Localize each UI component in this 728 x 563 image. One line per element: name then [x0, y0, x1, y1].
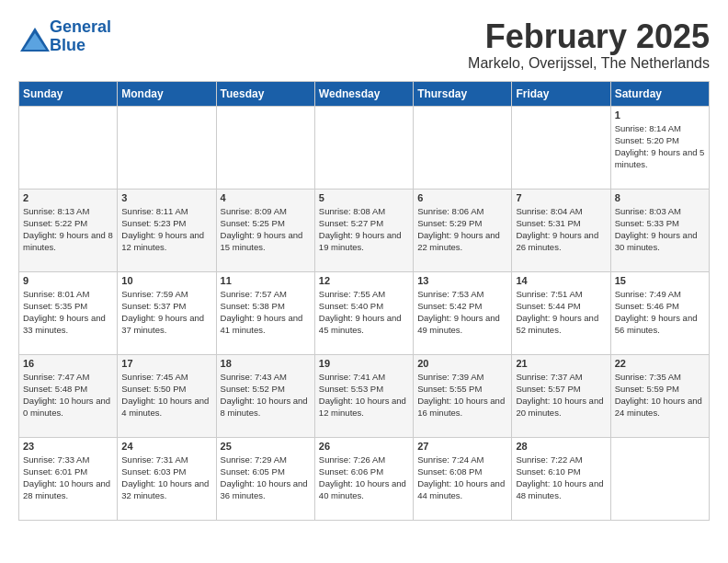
calendar-cell: 17Sunrise: 7:45 AM Sunset: 5:50 PM Dayli…: [118, 354, 216, 437]
calendar-week-5: 23Sunrise: 7:33 AM Sunset: 6:01 PM Dayli…: [19, 437, 710, 520]
calendar-cell: 5Sunrise: 8:08 AM Sunset: 5:27 PM Daylig…: [314, 189, 413, 271]
day-number: 17: [121, 358, 211, 369]
day-number: 25: [221, 441, 311, 452]
day-info: Sunrise: 7:22 AM Sunset: 6:10 PM Dayligh…: [516, 454, 606, 502]
day-info: Sunrise: 7:59 AM Sunset: 5:37 PM Dayligh…: [121, 288, 211, 337]
day-number: 4: [221, 192, 311, 203]
day-number: 16: [23, 358, 113, 369]
calendar-cell: 8Sunrise: 8:03 AM Sunset: 5:33 PM Daylig…: [610, 189, 709, 271]
title-block: February 2025 Markelo, Overijssel, The N…: [468, 18, 710, 72]
calendar-cell: 15Sunrise: 7:49 AM Sunset: 5:46 PM Dayli…: [610, 271, 709, 354]
calendar-cell: 27Sunrise: 7:24 AM Sunset: 6:08 PM Dayli…: [414, 437, 512, 520]
calendar-table: SundayMondayTuesdayWednesdayThursdayFrid…: [18, 81, 710, 521]
day-number: 6: [417, 192, 507, 203]
page-header: General Blue February 2025 Markelo, Over…: [18, 18, 710, 72]
day-info: Sunrise: 8:01 AM Sunset: 5:35 PM Dayligh…: [23, 288, 113, 337]
day-number: 13: [417, 275, 507, 286]
day-info: Sunrise: 7:35 AM Sunset: 5:59 PM Dayligh…: [615, 371, 705, 419]
calendar-week-4: 16Sunrise: 7:47 AM Sunset: 5:48 PM Dayli…: [19, 354, 710, 437]
day-header-sunday: Sunday: [19, 81, 118, 106]
day-info: Sunrise: 7:39 AM Sunset: 5:55 PM Dayligh…: [417, 371, 507, 419]
day-header-wednesday: Wednesday: [314, 81, 413, 106]
calendar-cell: [19, 106, 118, 189]
logo-icon: [18, 26, 46, 48]
calendar-cell: 1Sunrise: 8:14 AM Sunset: 5:20 PM Daylig…: [610, 106, 709, 189]
day-number: 3: [121, 192, 211, 203]
calendar-cell: [610, 437, 709, 520]
day-number: 1: [615, 109, 705, 121]
calendar-header-row: SundayMondayTuesdayWednesdayThursdayFrid…: [19, 81, 710, 106]
day-info: Sunrise: 7:29 AM Sunset: 6:05 PM Dayligh…: [221, 454, 311, 502]
calendar-cell: 10Sunrise: 7:59 AM Sunset: 5:37 PM Dayli…: [118, 271, 216, 354]
day-info: Sunrise: 7:33 AM Sunset: 6:01 PM Dayligh…: [23, 454, 113, 502]
day-number: 12: [319, 275, 409, 286]
calendar-cell: 13Sunrise: 7:53 AM Sunset: 5:42 PM Dayli…: [414, 271, 512, 354]
day-number: 11: [221, 275, 311, 286]
day-header-thursday: Thursday: [414, 81, 512, 106]
day-info: Sunrise: 7:47 AM Sunset: 5:48 PM Dayligh…: [23, 371, 113, 419]
day-info: Sunrise: 8:11 AM Sunset: 5:23 PM Dayligh…: [121, 205, 211, 254]
day-header-monday: Monday: [118, 81, 216, 106]
day-info: Sunrise: 8:14 AM Sunset: 5:20 PM Dayligh…: [615, 122, 705, 171]
day-info: Sunrise: 7:43 AM Sunset: 5:52 PM Dayligh…: [221, 371, 311, 419]
logo: General Blue: [18, 18, 111, 55]
calendar-cell: 7Sunrise: 8:04 AM Sunset: 5:31 PM Daylig…: [512, 189, 610, 271]
calendar-cell: 21Sunrise: 7:37 AM Sunset: 5:57 PM Dayli…: [512, 354, 610, 437]
day-info: Sunrise: 7:51 AM Sunset: 5:44 PM Dayligh…: [516, 288, 606, 337]
day-number: 2: [23, 192, 113, 203]
day-info: Sunrise: 7:31 AM Sunset: 6:03 PM Dayligh…: [121, 454, 211, 502]
day-info: Sunrise: 7:37 AM Sunset: 5:57 PM Dayligh…: [516, 371, 606, 419]
day-info: Sunrise: 7:45 AM Sunset: 5:50 PM Dayligh…: [121, 371, 211, 419]
day-header-tuesday: Tuesday: [216, 81, 314, 106]
calendar-cell: 18Sunrise: 7:43 AM Sunset: 5:52 PM Dayli…: [216, 354, 314, 437]
logo-text: General Blue: [50, 18, 111, 55]
calendar-cell: 20Sunrise: 7:39 AM Sunset: 5:55 PM Dayli…: [414, 354, 512, 437]
calendar-week-2: 2Sunrise: 8:13 AM Sunset: 5:22 PM Daylig…: [19, 189, 710, 271]
day-header-saturday: Saturday: [610, 81, 709, 106]
day-header-friday: Friday: [512, 81, 610, 106]
calendar-cell: 23Sunrise: 7:33 AM Sunset: 6:01 PM Dayli…: [19, 437, 118, 520]
day-info: Sunrise: 8:04 AM Sunset: 5:31 PM Dayligh…: [516, 205, 606, 254]
day-number: 14: [516, 275, 606, 286]
day-number: 20: [417, 358, 507, 369]
day-info: Sunrise: 8:09 AM Sunset: 5:25 PM Dayligh…: [221, 205, 311, 254]
day-info: Sunrise: 7:55 AM Sunset: 5:40 PM Dayligh…: [319, 288, 409, 337]
calendar-cell: 14Sunrise: 7:51 AM Sunset: 5:44 PM Dayli…: [512, 271, 610, 354]
day-number: 5: [319, 192, 409, 203]
calendar-cell: 24Sunrise: 7:31 AM Sunset: 6:03 PM Dayli…: [118, 437, 216, 520]
calendar-week-3: 9Sunrise: 8:01 AM Sunset: 5:35 PM Daylig…: [19, 271, 710, 354]
calendar-cell: [512, 106, 610, 189]
calendar-title: February 2025: [468, 18, 710, 55]
day-number: 15: [615, 275, 705, 286]
calendar-cell: [314, 106, 413, 189]
day-info: Sunrise: 7:53 AM Sunset: 5:42 PM Dayligh…: [417, 288, 507, 337]
calendar-cell: [414, 106, 512, 189]
day-info: Sunrise: 8:13 AM Sunset: 5:22 PM Dayligh…: [23, 205, 113, 254]
day-number: 19: [319, 358, 409, 369]
day-info: Sunrise: 7:49 AM Sunset: 5:46 PM Dayligh…: [615, 288, 705, 337]
day-info: Sunrise: 8:08 AM Sunset: 5:27 PM Dayligh…: [319, 205, 409, 254]
calendar-week-1: 1Sunrise: 8:14 AM Sunset: 5:20 PM Daylig…: [19, 106, 710, 189]
day-number: 23: [23, 441, 113, 452]
calendar-cell: 26Sunrise: 7:26 AM Sunset: 6:06 PM Dayli…: [314, 437, 413, 520]
calendar-cell: 19Sunrise: 7:41 AM Sunset: 5:53 PM Dayli…: [314, 354, 413, 437]
day-number: 27: [417, 441, 507, 452]
calendar-cell: 28Sunrise: 7:22 AM Sunset: 6:10 PM Dayli…: [512, 437, 610, 520]
day-number: 28: [516, 441, 606, 452]
day-info: Sunrise: 8:03 AM Sunset: 5:33 PM Dayligh…: [615, 205, 705, 254]
calendar-cell: [216, 106, 314, 189]
day-number: 21: [516, 358, 606, 369]
calendar-cell: 11Sunrise: 7:57 AM Sunset: 5:38 PM Dayli…: [216, 271, 314, 354]
day-number: 22: [615, 358, 705, 369]
day-number: 26: [319, 441, 409, 452]
day-number: 18: [221, 358, 311, 369]
calendar-cell: 9Sunrise: 8:01 AM Sunset: 5:35 PM Daylig…: [19, 271, 118, 354]
calendar-cell: 12Sunrise: 7:55 AM Sunset: 5:40 PM Dayli…: [314, 271, 413, 354]
calendar-cell: 22Sunrise: 7:35 AM Sunset: 5:59 PM Dayli…: [610, 354, 709, 437]
day-number: 9: [23, 275, 113, 286]
calendar-cell: 4Sunrise: 8:09 AM Sunset: 5:25 PM Daylig…: [216, 189, 314, 271]
day-info: Sunrise: 7:57 AM Sunset: 5:38 PM Dayligh…: [221, 288, 311, 337]
calendar-cell: 2Sunrise: 8:13 AM Sunset: 5:22 PM Daylig…: [19, 189, 118, 271]
calendar-cell: 25Sunrise: 7:29 AM Sunset: 6:05 PM Dayli…: [216, 437, 314, 520]
day-info: Sunrise: 7:26 AM Sunset: 6:06 PM Dayligh…: [319, 454, 409, 502]
